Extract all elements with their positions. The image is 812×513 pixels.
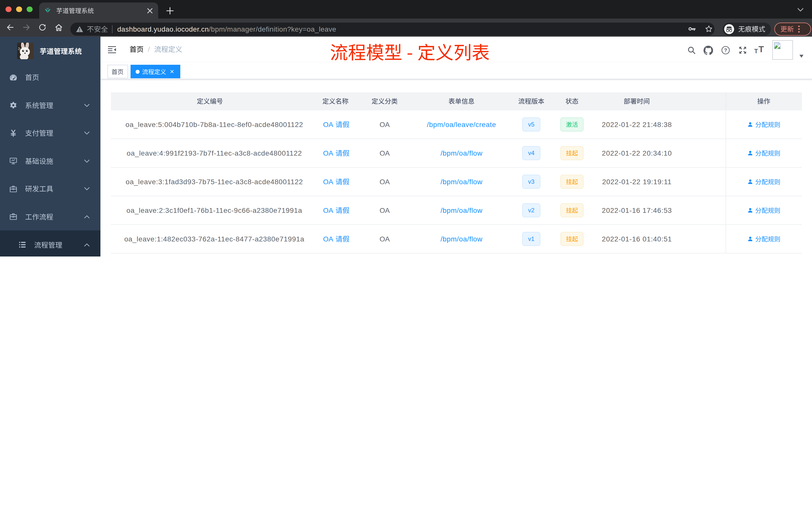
svg-text:?: ?	[724, 48, 727, 53]
